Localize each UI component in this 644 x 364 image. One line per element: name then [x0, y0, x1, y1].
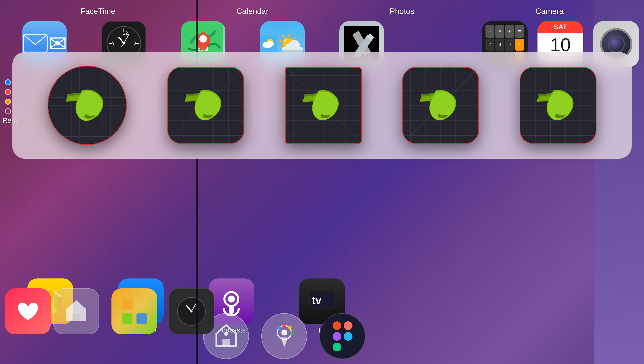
dot-red [5, 89, 11, 95]
variant-circle[interactable] [48, 66, 127, 145]
svg-text:9: 9 [112, 41, 114, 45]
svg-point-159 [288, 325, 292, 329]
svg-point-156 [282, 329, 287, 335]
svg-rect-153 [222, 339, 230, 346]
svg-point-175 [190, 310, 192, 312]
svg-rect-161 [333, 321, 341, 330]
clock-icon-bottom[interactable] [168, 288, 214, 334]
svg-point-12 [122, 42, 125, 45]
photos-label: Photos [390, 7, 414, 16]
svg-rect-170 [122, 313, 132, 324]
circle-artwork [48, 66, 126, 144]
svg-rect-164 [344, 332, 352, 341]
svg-point-157 [277, 325, 281, 329]
calendar-label: Calendar [236, 7, 268, 16]
circle-variant-icon[interactable] [48, 66, 127, 145]
svg-text:3: 3 [134, 41, 136, 45]
rounded-variant-icon-3[interactable] [520, 67, 596, 144]
camera-label: Camera [536, 7, 564, 16]
icon-variants-modal [12, 52, 632, 159]
svg-rect-169 [136, 299, 147, 309]
svg-rect-148 [229, 305, 234, 314]
bottom-spacer-3 [571, 278, 617, 334]
heart-icon[interactable] [5, 288, 51, 334]
heart-app[interactable] [5, 288, 51, 334]
google-maps-dock[interactable] [261, 313, 307, 359]
top-app-bar: FaceTime Calendar Photos Camera [0, 0, 644, 22]
svg-point-15 [200, 35, 207, 43]
dot-orange [5, 99, 11, 105]
variant-rounded-3[interactable] [520, 67, 596, 144]
bottom-spacer-2 [480, 278, 526, 334]
svg-point-158 [282, 324, 286, 328]
rounded-artwork-3 [520, 68, 596, 143]
svg-point-20 [263, 42, 269, 47]
svg-rect-165 [333, 343, 341, 351]
svg-rect-168 [122, 299, 132, 309]
rounded-artwork-2 [403, 68, 478, 143]
home-app-bottom[interactable] [53, 288, 99, 334]
bottom-spacer-1 [390, 278, 436, 334]
home-icon-bottom[interactable] [53, 288, 99, 334]
files-app[interactable] [112, 288, 157, 334]
square-variant-icon[interactable] [285, 67, 362, 144]
rounded-artwork-1 [168, 68, 244, 143]
bottom-dock [203, 313, 365, 359]
figma-dock[interactable] [320, 313, 365, 359]
variant-rounded-1[interactable] [168, 67, 244, 144]
dot-blue [5, 79, 11, 85]
variant-square-selected[interactable] [285, 67, 362, 144]
svg-point-147 [228, 296, 235, 302]
svg-text:12: 12 [123, 31, 128, 36]
dot-indicators [5, 79, 11, 114]
variant-rounded-2[interactable] [402, 67, 479, 144]
figma-icon[interactable] [320, 313, 365, 359]
square-artwork [286, 68, 361, 143]
rounded-variant-icon-2[interactable] [402, 67, 479, 144]
svg-rect-163 [333, 332, 341, 341]
svg-rect-171 [136, 313, 147, 324]
svg-point-154 [224, 332, 228, 336]
svg-text:tv: tv [312, 295, 322, 306]
svg-rect-167 [72, 314, 80, 321]
rounded-variant-icon-1[interactable] [168, 67, 244, 144]
google-maps-icon[interactable] [261, 313, 307, 359]
files-icon[interactable] [112, 288, 157, 334]
svg-rect-162 [344, 321, 352, 330]
facetime-label: FaceTime [80, 7, 115, 16]
svg-text:6: 6 [121, 43, 123, 47]
svg-point-160 [290, 331, 294, 335]
dot-empty [5, 108, 11, 114]
clock-app-bottom[interactable] [168, 288, 214, 334]
